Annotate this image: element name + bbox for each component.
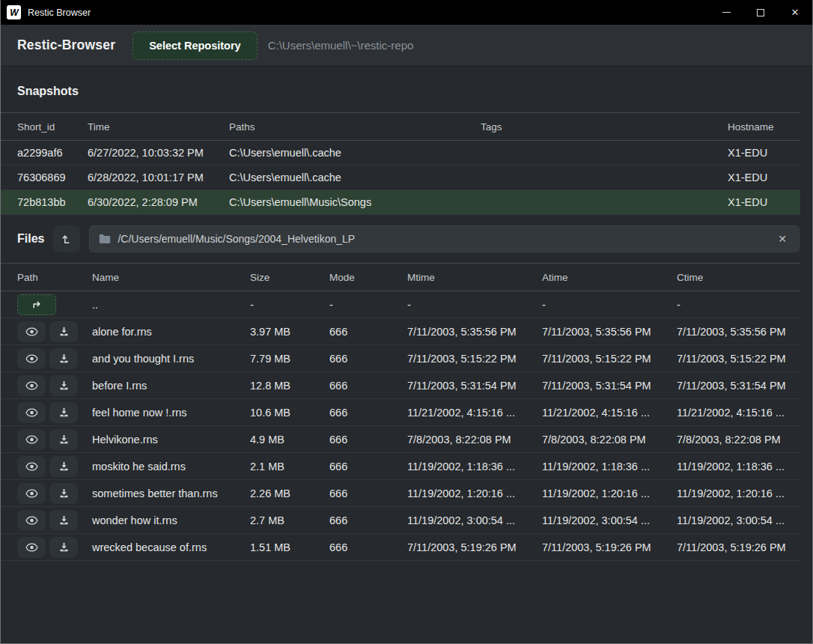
file-mtime: 7/11/2003, 5:31:54 PM <box>407 380 542 392</box>
file-ctime: 7/8/2003, 8:22:08 PM <box>677 434 800 446</box>
preview-file-button[interactable] <box>17 348 46 369</box>
snapshot-row[interactable]: 76306869 6/28/2022, 10:01:17 PM C:\Users… <box>1 165 800 190</box>
eye-icon <box>25 515 38 526</box>
column-header-short-id: Short_id <box>17 121 88 133</box>
snapshot-short-id: 76306869 <box>17 171 88 183</box>
repository-path: C:\Users\emuell\~\restic-repo <box>268 39 414 52</box>
file-atime: 7/11/2003, 5:31:54 PM <box>542 380 677 392</box>
app-title: Restic-Browser <box>17 37 115 53</box>
download-file-button[interactable] <box>49 402 78 423</box>
file-ctime: 11/19/2002, 1:18:36 ... <box>677 461 800 473</box>
preview-file-button[interactable] <box>17 456 46 477</box>
download-file-button[interactable] <box>49 510 78 531</box>
maximize-icon <box>757 9 764 16</box>
file-name: Helvikone.rns <box>92 434 250 446</box>
preview-file-button[interactable] <box>17 429 46 450</box>
preview-file-button[interactable] <box>17 510 46 531</box>
file-name: and you thought I.rns <box>92 353 250 365</box>
column-header-mode: Mode <box>329 272 407 283</box>
column-header-tags: Tags <box>481 121 728 133</box>
column-header-ctime: Ctime <box>677 272 800 283</box>
snapshot-paths: C:\Users\emuell\.cache <box>229 171 481 183</box>
preview-file-button[interactable] <box>17 375 46 396</box>
file-ctime: 7/11/2003, 5:31:54 PM <box>677 380 800 392</box>
snapshot-row[interactable]: a2299af6 6/27/2022, 10:03:32 PM C:\Users… <box>1 141 800 165</box>
files-bar: Files /C/Users/emuell/Music/Songs/2004_H… <box>17 225 800 252</box>
eye-icon <box>25 380 38 391</box>
file-mtime: 7/11/2003, 5:15:22 PM <box>407 353 542 365</box>
file-size: 2.1 MB <box>250 461 329 473</box>
download-file-button[interactable] <box>49 429 78 450</box>
preview-file-button[interactable] <box>17 537 46 558</box>
go-up-button[interactable] <box>17 294 56 315</box>
wails-logo-icon: W <box>7 5 21 19</box>
eye-icon <box>25 542 38 553</box>
file-mode: 666 <box>329 541 407 553</box>
file-size: 10.6 MB <box>250 407 329 419</box>
file-size: 1.51 MB <box>250 541 329 553</box>
column-header-path: Path <box>17 272 92 283</box>
file-mode: 666 <box>329 461 407 473</box>
file-size: 4.9 MB <box>250 434 329 446</box>
download-icon <box>58 407 70 418</box>
level-up-icon <box>60 232 73 246</box>
column-header-paths: Paths <box>229 121 481 133</box>
minimize-button[interactable] <box>709 0 743 25</box>
preview-file-button[interactable] <box>17 402 46 423</box>
file-mode: 666 <box>329 326 407 338</box>
file-ctime: - <box>677 299 800 311</box>
breadcrumb-close-icon[interactable]: ✕ <box>775 231 790 246</box>
column-header-size: Size <box>250 272 329 283</box>
breadcrumb-path: /C/Users/emuell/Music/Songs/2004_Helveti… <box>118 233 768 245</box>
eye-icon <box>25 326 38 337</box>
download-file-button[interactable] <box>49 537 78 558</box>
snapshot-hostname: X1-EDU <box>728 171 800 183</box>
file-row: sometimes better than.rns 2.26 MB 666 11… <box>1 480 800 507</box>
file-atime: 7/11/2003, 5:35:56 PM <box>542 326 677 338</box>
snapshot-time: 6/27/2022, 10:03:32 PM <box>88 147 229 159</box>
download-file-button[interactable] <box>49 456 78 477</box>
file-size: 3.97 MB <box>250 326 329 338</box>
files-heading: Files <box>17 232 44 246</box>
download-file-button[interactable] <box>49 321 78 342</box>
file-ctime: 11/21/2002, 4:15:16 ... <box>677 407 800 419</box>
maximize-button[interactable] <box>743 0 778 25</box>
file-mtime: 11/19/2002, 1:20:16 ... <box>407 487 542 499</box>
file-atime: 7/8/2003, 8:22:08 PM <box>542 434 677 446</box>
parent-directory-row: .. - - - - - <box>1 291 800 318</box>
file-size: 7.79 MB <box>250 353 329 365</box>
go-up-icon <box>30 298 43 312</box>
file-name: feel home now !.rns <box>92 407 250 419</box>
download-file-button[interactable] <box>49 348 78 369</box>
folder-icon <box>99 234 111 244</box>
download-icon <box>58 541 70 553</box>
download-file-button[interactable] <box>49 483 78 504</box>
snapshots-header-row: Short_id Time Paths Tags Hostname <box>1 112 800 141</box>
file-ctime: 7/11/2003, 5:15:22 PM <box>677 353 800 365</box>
file-row: before I.rns 12.8 MB 666 7/11/2003, 5:31… <box>1 372 800 399</box>
file-row: Helvikone.rns 4.9 MB 666 7/8/2003, 8:22:… <box>1 426 800 453</box>
download-file-button[interactable] <box>49 375 78 396</box>
snapshot-short-id: a2299af6 <box>17 147 88 159</box>
file-mtime: 11/19/2002, 1:18:36 ... <box>407 461 542 473</box>
file-mtime: 7/11/2003, 5:19:26 PM <box>407 541 542 553</box>
file-mtime: 11/21/2002, 4:15:16 ... <box>407 407 542 419</box>
window-controls: ✕ <box>709 0 812 25</box>
file-mtime: - <box>407 299 542 311</box>
level-up-button[interactable] <box>53 225 80 252</box>
select-repository-button[interactable]: Select Repository <box>133 31 258 60</box>
snapshot-time: 6/28/2022, 10:01:17 PM <box>88 171 229 183</box>
file-atime: 11/19/2002, 1:20:16 ... <box>542 487 677 499</box>
snapshot-hostname: X1-EDU <box>728 147 800 159</box>
breadcrumb: /C/Users/emuell/Music/Songs/2004_Helveti… <box>89 225 800 252</box>
file-size: 12.8 MB <box>250 380 329 392</box>
file-row: wrecked because of.rns 1.51 MB 666 7/11/… <box>1 534 800 561</box>
snapshot-time: 6/30/2022, 2:28:09 PM <box>88 196 229 208</box>
preview-file-button[interactable] <box>17 321 46 342</box>
file-mtime: 11/19/2002, 3:00:54 ... <box>407 514 542 526</box>
file-size: 2.26 MB <box>250 487 329 499</box>
preview-file-button[interactable] <box>17 483 46 504</box>
file-name: moskito he said.rns <box>92 461 250 473</box>
snapshot-row[interactable]: 72b813bb 6/30/2022, 2:28:09 PM C:\Users\… <box>1 190 800 215</box>
close-button[interactable]: ✕ <box>778 0 812 25</box>
